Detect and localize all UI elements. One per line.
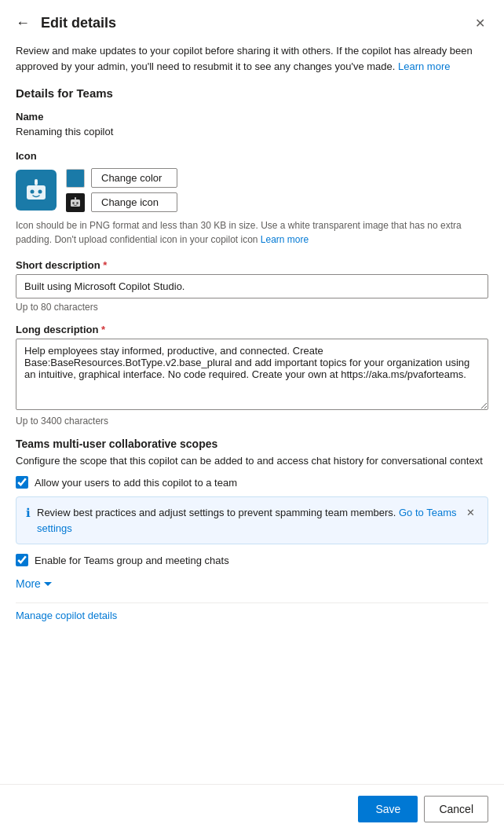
dialog-header: ← Edit details ✕ bbox=[0, 0, 504, 43]
name-field: Name Renaming this copilot bbox=[16, 111, 488, 137]
more-row: More bbox=[16, 574, 488, 593]
more-button[interactable]: More bbox=[16, 574, 52, 593]
more-label: More bbox=[16, 577, 41, 590]
bot-icon-preview bbox=[16, 170, 57, 211]
allow-team-label: Allow your users to add this copilot to … bbox=[35, 477, 237, 489]
long-desc-char-hint: Up to 3400 characters bbox=[16, 416, 488, 427]
allow-team-checkbox[interactable] bbox=[16, 476, 28, 489]
long-desc-textarea[interactable]: Help employees stay informed, productive… bbox=[16, 339, 488, 410]
short-desc-label-text: Short description bbox=[16, 259, 100, 271]
dialog-content: Review and make updates to your copilot … bbox=[0, 43, 504, 784]
icon-label: Icon bbox=[16, 150, 488, 162]
info-icon: ℹ bbox=[26, 506, 31, 520]
short-desc-required: * bbox=[103, 259, 107, 271]
icon-hint-text: Icon should be in PNG format and less th… bbox=[16, 220, 462, 245]
info-banner: ℹ Review best practices and adjust setti… bbox=[16, 496, 488, 544]
back-button[interactable]: ← bbox=[13, 13, 33, 33]
icon-section: Icon bbox=[16, 150, 488, 247]
name-label: Name bbox=[16, 111, 488, 123]
enable-group-checkbox-row: Enable for Teams group and meeting chats bbox=[16, 554, 488, 566]
long-desc-label: Long description * bbox=[16, 324, 488, 335]
short-desc-input[interactable] bbox=[16, 274, 488, 298]
svg-point-1 bbox=[31, 190, 35, 194]
color-swatch bbox=[66, 169, 85, 188]
long-desc-label-text: Long description bbox=[16, 324, 98, 335]
change-color-row: Change color bbox=[66, 168, 177, 188]
svg-point-6 bbox=[72, 202, 74, 203]
enable-group-label: Enable for Teams group and meeting chats bbox=[35, 555, 229, 566]
svg-point-2 bbox=[38, 190, 42, 194]
svg-rect-0 bbox=[27, 185, 46, 200]
chevron-down-icon bbox=[44, 582, 52, 586]
close-button[interactable]: ✕ bbox=[472, 13, 488, 34]
long-description-field: Long description * Help employees stay i… bbox=[16, 324, 488, 427]
icon-learn-more-link[interactable]: Learn more bbox=[261, 234, 309, 245]
info-banner-body: Review best practices and adjust setting… bbox=[37, 507, 396, 518]
name-value: Renaming this copilot bbox=[16, 126, 488, 137]
long-desc-required: * bbox=[101, 324, 105, 335]
icon-small-svg bbox=[69, 196, 82, 209]
manage-copilot-details-link[interactable]: Manage copilot details bbox=[16, 610, 488, 621]
collab-title: Teams multi-user collaborative scopes bbox=[16, 438, 488, 450]
intro-learn-more-link[interactable]: Learn more bbox=[398, 60, 450, 72]
dialog-title: Edit details bbox=[41, 15, 116, 31]
allow-team-checkbox-row: Allow your users to add this copilot to … bbox=[16, 476, 488, 489]
change-icon-row: Change icon bbox=[66, 192, 177, 212]
save-button[interactable]: Save bbox=[358, 796, 418, 822]
intro-text: Review and make updates to your copilot … bbox=[16, 43, 488, 74]
svg-point-4 bbox=[35, 179, 38, 182]
short-description-field: Short description * Up to 80 characters bbox=[16, 259, 488, 313]
divider-line bbox=[16, 602, 488, 603]
collab-desc: Configure the scope that this copilot ca… bbox=[16, 455, 488, 467]
icon-controls: Change color C bbox=[66, 168, 177, 212]
dialog-footer: Save Cancel bbox=[0, 784, 504, 835]
info-banner-text: Review best practices and adjust setting… bbox=[37, 505, 457, 536]
info-banner-close-button[interactable]: ✕ bbox=[463, 505, 478, 520]
enable-group-checkbox[interactable] bbox=[16, 554, 28, 566]
icon-small-preview bbox=[66, 193, 85, 212]
short-desc-label: Short description * bbox=[16, 259, 488, 271]
collab-section: Teams multi-user collaborative scopes Co… bbox=[16, 438, 488, 566]
bot-icon-svg bbox=[24, 178, 49, 203]
cancel-button[interactable]: Cancel bbox=[424, 796, 488, 822]
change-color-button[interactable]: Change color bbox=[91, 168, 177, 188]
short-desc-char-hint: Up to 80 characters bbox=[16, 302, 488, 313]
icon-row: Change color C bbox=[16, 168, 488, 212]
section-title-details: Details for Teams bbox=[16, 86, 488, 100]
svg-point-7 bbox=[76, 202, 78, 203]
svg-rect-8 bbox=[75, 197, 76, 200]
icon-hint: Icon should be in PNG format and less th… bbox=[16, 218, 488, 247]
change-icon-button[interactable]: Change icon bbox=[91, 192, 177, 212]
header-left: ← Edit details bbox=[13, 13, 116, 33]
edit-details-dialog: ← Edit details ✕ Review and make updates… bbox=[0, 0, 504, 835]
